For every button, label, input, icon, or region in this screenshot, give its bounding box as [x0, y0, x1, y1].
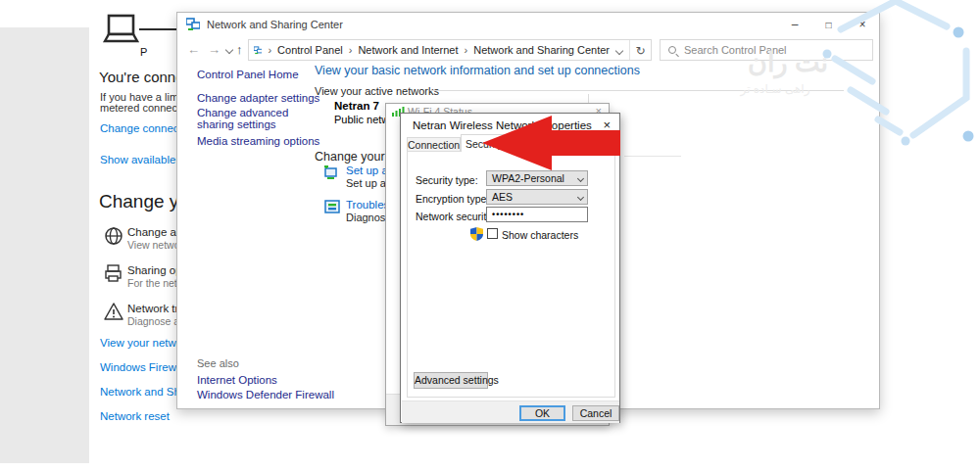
breadcrumb-network-internet[interactable]: Network and Internet — [358, 44, 458, 56]
ok-button[interactable]: OK — [519, 405, 565, 421]
search-icon — [668, 46, 676, 54]
history-chevron-icon[interactable] — [225, 46, 233, 54]
settings-description-line2: metered connectio — [100, 102, 189, 114]
page-title: View your basic network information and … — [315, 64, 640, 77]
security-tab-panel: Security type: WPA2-Personal Encryption … — [407, 151, 615, 398]
chevron-down-icon — [577, 194, 584, 201]
network-sharing-center-icon — [186, 18, 200, 31]
screenshot-stage: P You're connect If you have a limite me… — [0, 0, 980, 471]
red-arrow-annotation — [473, 108, 622, 178]
encryption-type-label: Encryption type: — [416, 193, 489, 205]
active-network-name: Netran 7 — [334, 100, 379, 112]
breadcrumb-network-sharing-center[interactable]: Network and Sharing Center — [473, 44, 610, 56]
encryption-type-select[interactable]: AES — [486, 189, 588, 205]
section-divider-fragment — [624, 156, 681, 157]
back-icon[interactable]: ← — [187, 42, 200, 57]
uac-shield-icon — [470, 227, 483, 241]
watermark-brand-text: نت ران — [720, 47, 828, 78]
sidebar-item-change-advanced-sharing[interactable]: Change advanced sharing settings — [197, 107, 324, 130]
title-bar[interactable]: Network and Sharing Center – □ × — [177, 13, 879, 36]
task-troubleshoot-sub: Diagnos — [346, 212, 385, 223]
up-icon[interactable]: ↑ — [236, 42, 243, 57]
diagram-partial-label: P — [140, 46, 147, 58]
address-bar[interactable]: › Control Panel › Network and Internet ›… — [248, 39, 652, 61]
encryption-type-value: AES — [492, 191, 513, 203]
active-networks-label: View your active networks — [315, 85, 439, 97]
sidebar-item-change-adapter-settings[interactable]: Change adapter settings — [197, 92, 319, 104]
see-also-header: See also — [197, 357, 239, 369]
sidebar-item-windows-defender-firewall[interactable]: Windows Defender Firewall — [197, 389, 334, 400]
forward-icon[interactable]: → — [208, 42, 220, 57]
sharing-printer-icon — [104, 263, 123, 283]
minimize-button[interactable]: – — [780, 13, 809, 36]
globe-icon — [104, 226, 123, 246]
show-characters-checkbox[interactable] — [487, 228, 498, 239]
network-security-key-input[interactable]: •••••••• — [486, 207, 588, 222]
sidebar-item-internet-options[interactable]: Internet Options — [197, 374, 277, 386]
task-troubleshoot-link[interactable]: Troubles — [346, 199, 389, 211]
settings-link-windows-firewall[interactable]: Windows Firewall — [100, 361, 187, 373]
advanced-settings-button[interactable]: Advanced settings — [414, 372, 488, 389]
window-title: Network and Sharing Center — [207, 19, 343, 30]
task-setup-link[interactable]: Set up a — [346, 165, 388, 176]
watermark-logo — [821, 0, 980, 166]
cancel-button[interactable]: Cancel — [572, 405, 619, 421]
sidebar-item-home[interactable]: Control Panel Home — [197, 69, 299, 80]
network-diagram-line — [139, 28, 177, 30]
tab-connection[interactable]: Connection — [407, 137, 461, 152]
task-setup-sub: Set up a — [346, 177, 386, 189]
sidebar-item-media-streaming[interactable]: Media streaming options — [197, 135, 319, 147]
warning-triangle-icon — [104, 302, 123, 321]
troubleshoot-icon — [324, 200, 340, 215]
breadcrumb-control-panel[interactable]: Control Panel — [277, 44, 343, 56]
breadcrumb-separator: › — [349, 44, 353, 56]
breadcrumb-network-icon — [254, 44, 262, 57]
show-characters-label: Show characters — [502, 229, 578, 241]
address-dropdown-button[interactable] — [610, 44, 629, 56]
breadcrumb-separator: › — [268, 44, 271, 56]
settings-link-network-reset[interactable]: Network reset — [100, 410, 170, 422]
desktop-left-strip — [0, 27, 89, 463]
watermark-tagline-text: راهی سـاده تر — [726, 82, 824, 96]
breadcrumb-separator: › — [465, 44, 468, 56]
laptop-icon — [102, 13, 139, 49]
setup-connection-icon — [322, 165, 339, 182]
security-type-label: Security type: — [416, 174, 478, 186]
refresh-icon[interactable]: ↻ — [629, 40, 651, 60]
